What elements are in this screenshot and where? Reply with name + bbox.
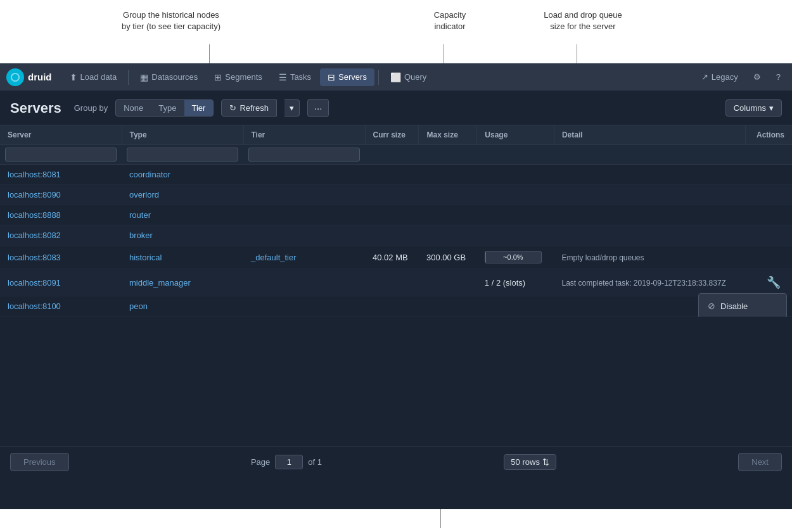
filter-type-input[interactable]	[127, 148, 238, 162]
table-row: localhost:8082 broker	[0, 225, 792, 246]
nav-item-tasks[interactable]: ☰ Tasks	[271, 68, 319, 86]
detail-cell	[554, 225, 745, 246]
refresh-dropdown-button[interactable]: ▾	[284, 99, 300, 117]
next-button[interactable]: Next	[738, 453, 782, 471]
main-content: Servers Group by None Type Tier ↻ Refres…	[0, 91, 792, 509]
curr-size-cell	[365, 296, 419, 317]
group-by-tier[interactable]: Tier	[184, 100, 214, 116]
chevron-down-icon: ▾	[290, 103, 294, 113]
usage-cell	[477, 205, 554, 225]
previous-button[interactable]: Previous	[10, 453, 69, 471]
tier-cell: _default_tier	[243, 246, 365, 269]
page-label: Page	[251, 457, 270, 467]
max-size-cell	[419, 269, 477, 296]
type-cell: peon	[122, 296, 243, 317]
server-cell: localhost:8083	[0, 246, 122, 269]
table-row: localhost:8888 router	[0, 205, 792, 225]
max-size-cell: 300.00 GB	[419, 246, 477, 269]
nav-item-query[interactable]: ⬜ Query	[383, 68, 434, 86]
type-link[interactable]: middle_manager	[129, 278, 191, 288]
table-row: localhost:8100 peon	[0, 296, 792, 317]
rows-per-page-select[interactable]: 50 rows ⇅	[504, 454, 556, 470]
action-dropdown: ⊘ Disable	[698, 293, 787, 317]
col-actions: Actions	[746, 125, 792, 145]
tasks-icon: ☰	[279, 72, 287, 82]
type-link[interactable]: router	[129, 210, 151, 220]
logo-text: druid	[28, 72, 52, 82]
table-row: localhost:8083 historical _default_tier …	[0, 246, 792, 269]
logo[interactable]: druid	[6, 68, 52, 86]
nav-separator-2	[378, 70, 379, 85]
filter-max-size-cell	[419, 145, 477, 165]
more-options-button[interactable]: ···	[307, 99, 329, 117]
usage-cell: 1 / 2 (slots)	[477, 269, 554, 296]
nav-item-help[interactable]: ?	[771, 70, 786, 84]
detail-cell	[554, 205, 745, 225]
servers-icon: ⊟	[328, 72, 335, 82]
table-row: localhost:8081 coordinator	[0, 165, 792, 185]
nav-item-legacy[interactable]: ↗ Legacy	[696, 70, 743, 84]
server-link[interactable]: localhost:8091	[8, 278, 61, 288]
col-type: Type	[122, 125, 243, 145]
server-link[interactable]: localhost:8082	[8, 231, 61, 240]
nav-item-datasources[interactable]: ▦ Datasources	[132, 68, 205, 86]
annotation-line-bottom	[440, 509, 441, 528]
type-link[interactable]: broker	[129, 231, 153, 240]
page-number-input[interactable]	[275, 455, 303, 469]
actions-cell	[746, 185, 792, 205]
help-icon: ?	[776, 72, 781, 82]
annotation-capacity: Capacityindicator	[415, 10, 485, 32]
curr-size-cell: 40.02 MB	[365, 246, 419, 269]
query-icon: ⬜	[390, 72, 401, 82]
type-cell: broker	[122, 225, 243, 246]
curr-size-cell	[365, 185, 419, 205]
type-link[interactable]: peon	[129, 301, 148, 311]
server-link[interactable]: localhost:8090	[8, 190, 61, 200]
wrench-action-button[interactable]: 🔧	[763, 274, 784, 291]
nav-item-servers[interactable]: ⊟ Servers	[320, 68, 374, 86]
tier-cell	[243, 296, 365, 317]
segments-icon: ⊞	[214, 72, 222, 82]
type-link[interactable]: historical	[129, 253, 162, 262]
server-link[interactable]: localhost:8888	[8, 210, 61, 220]
disable-item[interactable]: ⊘ Disable	[699, 296, 786, 315]
filter-tier-input[interactable]	[248, 148, 360, 162]
tier-cell	[243, 165, 365, 185]
gear-icon: ⚙	[753, 72, 761, 82]
annotation-line-2	[444, 44, 444, 63]
usage-bar: ~0.0%	[485, 251, 542, 263]
col-detail: Detail	[554, 125, 745, 145]
server-link[interactable]: localhost:8081	[8, 170, 61, 179]
nav-items: ⬆ Load data ▦ Datasources ⊞ Segments ☰ T…	[62, 68, 696, 86]
type-link[interactable]: overlord	[129, 190, 159, 200]
col-tier: Tier	[243, 125, 365, 145]
annotation-group-by-tier: Group the historical nodesby tier (to se…	[108, 10, 234, 32]
filter-row	[0, 145, 792, 165]
group-by-type[interactable]: Type	[151, 100, 184, 116]
tier-cell	[243, 205, 365, 225]
columns-label: Columns	[734, 103, 766, 113]
columns-chevron-icon: ▾	[769, 103, 774, 113]
columns-button[interactable]: Columns ▾	[725, 99, 782, 117]
logo-icon	[6, 68, 24, 86]
max-size-cell	[419, 205, 477, 225]
max-size-cell	[419, 185, 477, 205]
tier-link[interactable]: _default_tier	[251, 253, 297, 262]
filter-server-input[interactable]	[5, 148, 117, 162]
server-link[interactable]: localhost:8083	[8, 253, 61, 262]
col-curr-size: Curr size	[365, 125, 419, 145]
refresh-label: Refresh	[240, 103, 269, 113]
server-link[interactable]: localhost:8100	[8, 301, 61, 311]
type-cell: middle_manager	[122, 269, 243, 296]
refresh-button[interactable]: ↻ Refresh	[221, 99, 277, 117]
nav-label-segments: Segments	[225, 72, 262, 82]
group-by-none[interactable]: None	[116, 100, 151, 116]
nav-item-settings[interactable]: ⚙	[748, 70, 766, 84]
filter-type-cell	[122, 145, 243, 165]
nav-label-tasks: Tasks	[290, 72, 311, 82]
nav-item-segments[interactable]: ⊞ Segments	[207, 68, 270, 86]
nav-item-load-data[interactable]: ⬆ Load data	[62, 68, 125, 86]
disable-icon: ⊘	[708, 301, 715, 311]
type-link[interactable]: coordinator	[129, 170, 170, 179]
bottom-annotations: Task slotcapacity	[0, 509, 792, 532]
